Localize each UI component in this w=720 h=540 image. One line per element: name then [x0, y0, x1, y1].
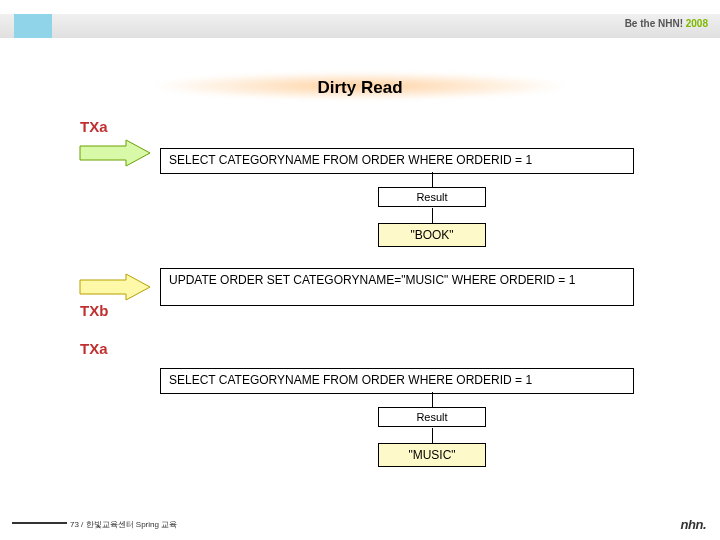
- label-txb: TXb: [80, 302, 108, 319]
- arrow-txb: [78, 272, 148, 302]
- arrow-txa-1: [78, 138, 148, 168]
- result-value-2: "MUSIC": [378, 443, 486, 467]
- tagline-prefix: Be the NHN!: [625, 18, 683, 29]
- nhn-logo: nhn.: [681, 517, 706, 532]
- box-select-2: SELECT CATEGORYNAME FROM ORDER WHERE ORD…: [160, 368, 634, 394]
- label-txa-2: TXa: [80, 340, 108, 357]
- connector-2b: [432, 428, 433, 443]
- header-tagline: Be the NHN! 2008: [625, 18, 708, 29]
- tagline-year: 2008: [686, 18, 708, 29]
- svg-marker-1: [80, 274, 150, 300]
- footer-text: 73 / 한빛교육센터 Spring 교육: [70, 519, 177, 530]
- connector-1b: [432, 208, 433, 223]
- footer-line: [12, 522, 67, 524]
- svg-marker-0: [80, 140, 150, 166]
- connector-1a: [432, 172, 433, 187]
- result-label-1: Result: [378, 187, 486, 207]
- box-update: UPDATE ORDER SET CATEGORYNAME="MUSIC" WH…: [160, 268, 634, 306]
- connector-2a: [432, 392, 433, 407]
- box-select-1: SELECT CATEGORYNAME FROM ORDER WHERE ORD…: [160, 148, 634, 174]
- header-bar: [0, 14, 720, 38]
- header-accent-square: [14, 14, 52, 38]
- result-value-1: "BOOK": [378, 223, 486, 247]
- label-txa-1: TXa: [80, 118, 108, 135]
- slide-title: Dirty Read: [0, 78, 720, 98]
- result-label-2: Result: [378, 407, 486, 427]
